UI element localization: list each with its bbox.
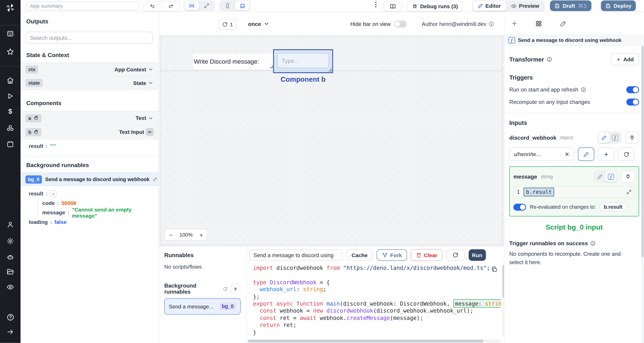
panel-scrollbar[interactable] — [642, 45, 644, 343]
reeval-toggle[interactable] — [514, 204, 526, 210]
resize-handle[interactable] — [328, 68, 332, 72]
component-b-result-row[interactable]: result : "" — [29, 141, 154, 151]
info-icon[interactable] — [489, 21, 494, 26]
sidebar-item-favorites[interactable] — [0, 48, 20, 56]
debug-runs-button[interactable]: Debug runs (3) — [407, 1, 463, 12]
app-canvas[interactable]: Write Discord message: Type... Component… — [158, 35, 504, 246]
sidebar-item-help[interactable] — [0, 313, 20, 321]
dw-connect-button[interactable] — [625, 132, 639, 144]
fork-button[interactable]: Fork — [377, 249, 407, 261]
resource-picker-field[interactable]: u/henri/te... — [509, 148, 574, 161]
edit-icon[interactable] — [153, 177, 157, 182]
run-on-start-toggle[interactable] — [626, 86, 639, 93]
windmill-app-editor: $ ⋮ Debug runs (3 — [0, 0, 644, 343]
collapse-button[interactable] — [146, 128, 154, 136]
eye-icon — [511, 3, 516, 9]
refresh-resource-button[interactable] — [618, 148, 634, 161]
deploy-button[interactable]: Deploy — [601, 0, 636, 11]
runnable-item-bg0[interactable]: Send a message... bg_0 — [164, 298, 240, 314]
tab-editor[interactable]: Editor — [473, 1, 506, 10]
expand-editor-icon[interactable] — [626, 189, 632, 195]
create-resource-button[interactable] — [598, 148, 614, 161]
clear-resource-icon[interactable] — [564, 152, 570, 157]
recompute-toggle[interactable] — [626, 98, 639, 106]
script-name-input[interactable] — [249, 249, 342, 261]
bg0-message-row[interactable]: message : "Cannot send an empty message" — [42, 208, 154, 217]
sidebar-item-runs[interactable] — [0, 92, 20, 100]
info-icon[interactable] — [546, 57, 552, 62]
eval-mode-button[interactable]: f — [606, 171, 616, 182]
cache-button[interactable]: Cache — [346, 249, 373, 261]
output-row-component-a[interactable]: a Text — [20, 111, 158, 125]
code-editor[interactable]: import discordwebhook from "https://deno… — [253, 264, 501, 338]
hide-bar-toggle[interactable] — [394, 20, 407, 27]
chevron-down-icon[interactable] — [148, 115, 154, 121]
sidebar-item-apps[interactable] — [0, 30, 20, 38]
component-a-type: Text — [136, 115, 146, 121]
info-icon[interactable] — [590, 240, 596, 246]
message-expression-editor[interactable]: 1 b.result — [514, 186, 635, 198]
app-summary-input[interactable] — [26, 2, 139, 10]
undo-button[interactable] — [144, 1, 162, 10]
sidebar-item-resources[interactable] — [0, 124, 20, 132]
run-button[interactable]: Run — [468, 249, 486, 261]
tab-styling[interactable] — [559, 20, 566, 27]
bg0-result-toggle[interactable]: - — [50, 190, 57, 197]
search-outputs-input[interactable] — [26, 32, 153, 44]
clear-button[interactable]: Clear — [411, 249, 443, 261]
sidebar-item-workers[interactable] — [0, 254, 20, 261]
windmill-logo-icon[interactable] — [0, 2, 20, 13]
sidebar-expand-arrow[interactable] — [0, 328, 20, 336]
static-mode-button[interactable] — [598, 132, 610, 143]
zoom-out-button[interactable]: − — [165, 231, 177, 238]
static-mode-button[interactable] — [594, 171, 606, 182]
text-component-a[interactable]: Write Discord message: — [193, 54, 274, 69]
redo-button[interactable] — [162, 1, 180, 10]
info-icon[interactable] — [581, 87, 586, 92]
tab-insert-component[interactable] — [511, 20, 518, 27]
output-row-bg0[interactable]: bg_0 Send a message to discord using web… — [20, 172, 158, 186]
docs-button[interactable] — [383, 1, 402, 12]
settings-tabs — [504, 12, 644, 35]
component-b-type: Text Input — [119, 129, 144, 135]
centered-layout-button[interactable] — [184, 1, 199, 10]
sidebar-item-folders[interactable] — [0, 268, 20, 276]
tab-component-settings[interactable] — [535, 20, 542, 27]
sidebar-item-home[interactable] — [0, 77, 20, 84]
sidebar-item-variables[interactable]: $ — [0, 108, 20, 116]
frequency-select[interactable]: once — [248, 19, 269, 29]
mobile-view-button[interactable] — [220, 1, 235, 10]
text-input-field[interactable]: Type... — [277, 53, 329, 68]
component-a-badge: a — [28, 115, 31, 121]
add-runnable-button[interactable] — [230, 283, 240, 294]
output-row-ctx[interactable]: ctx App Context — [20, 62, 158, 76]
bg0-loading-key: loading — [29, 219, 48, 225]
eval-mode-button[interactable]: f — [610, 132, 620, 143]
output-row-component-b[interactable]: b Text Input — [20, 125, 158, 139]
chevron-down-icon[interactable] — [148, 80, 154, 86]
sidebar-item-schedules[interactable] — [0, 140, 20, 148]
more-menu-icon[interactable]: ⋮ — [372, 2, 379, 7]
reeval-target-chip[interactable]: b.result — [600, 202, 626, 212]
draft-button[interactable]: Draft ⌘S — [550, 0, 592, 11]
output-row-state[interactable]: state State — [20, 76, 158, 90]
textinput-component-b-selected[interactable]: Type... — [273, 49, 333, 73]
bg0-result-row[interactable]: result : - — [29, 189, 154, 198]
fullwidth-layout-button[interactable] — [199, 1, 214, 10]
sidebar-item-audit-logs[interactable] — [0, 283, 20, 291]
ctx-badge: ctx — [26, 65, 38, 74]
resize-handle[interactable] — [270, 65, 273, 68]
reload-script-button[interactable] — [446, 249, 465, 261]
chevron-down-icon[interactable] — [148, 66, 154, 72]
code-horizontal-scrollbar[interactable] — [248, 340, 501, 342]
tab-preview[interactable]: Preview — [506, 1, 544, 10]
sidebar-item-users[interactable] — [0, 221, 20, 228]
copy-code-icon[interactable] — [491, 266, 497, 272]
desktop-view-button[interactable] — [235, 1, 250, 10]
zoom-in-button[interactable]: + — [195, 231, 208, 238]
refresh-count-box[interactable]: 1 — [218, 19, 237, 30]
sidebar-item-settings[interactable] — [0, 237, 20, 245]
edit-resource-button[interactable] — [578, 148, 594, 161]
add-transformer-button[interactable]: Add — [610, 53, 639, 65]
message-connect-button[interactable] — [621, 170, 635, 183]
